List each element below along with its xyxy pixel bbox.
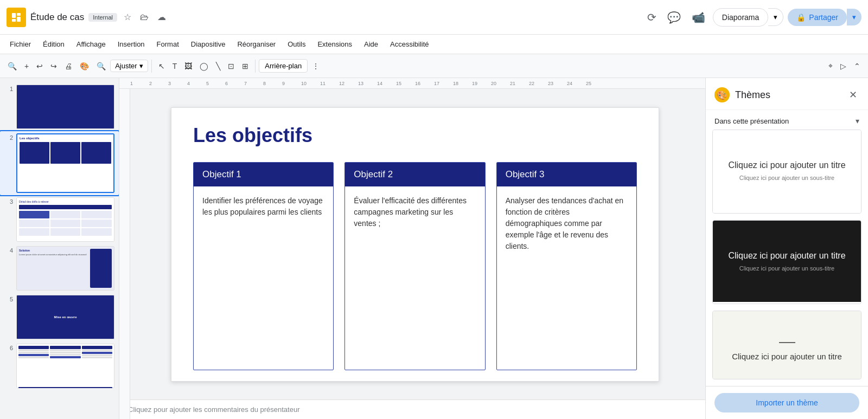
top-bar: Étude de cas Internal ☆ 🗁 ☁ ⟳ 💬 📹 Diapor…	[0, 0, 868, 35]
theme-card-sombre[interactable]: Cliquez ici pour ajouter un titre Clique…	[712, 220, 861, 304]
themes-section-arrow[interactable]: ▾	[856, 117, 859, 125]
slide-title-main: Les objectifs	[193, 124, 312, 147]
slide-number-3: 3	[4, 197, 13, 205]
image-button[interactable]: 🖼	[181, 60, 195, 73]
print-button[interactable]: 🖨	[61, 60, 75, 73]
theme-card-minimal[interactable]: Cliquez ici pour ajouter un titre	[712, 311, 861, 379]
ruler-n10: 10	[301, 81, 320, 86]
slide-item-6[interactable]: 6	[0, 341, 119, 390]
objective-card-1[interactable]: Objectif 1 Identifier les préférences de…	[193, 162, 334, 370]
ruler-n11: 11	[320, 81, 339, 86]
objective-body-1: Identifier les préférences de voyage les…	[194, 186, 333, 370]
internal-badge: Internal	[88, 13, 117, 22]
ruler-n3: 3	[168, 81, 187, 86]
slide-canvas-container[interactable]: Les objectifs Objectif 1 Identifier les …	[119, 89, 705, 399]
theme-preview-minimal: Cliquez ici pour ajouter un titre	[713, 311, 861, 379]
ruler-numbers: 1 2 3 4 5 6 7 8 9 10 11 12 13 14 15 16 1…	[130, 81, 605, 86]
objective-card-2[interactable]: Objectif 2 Évaluer l'efficacité des diff…	[344, 162, 485, 370]
objectives-grid: Objectif 1 Identifier les préférences de…	[193, 162, 637, 370]
ruler-n13: 13	[358, 81, 377, 86]
cloud-icon[interactable]: ☁	[155, 10, 168, 24]
shape-button[interactable]: ◯	[196, 60, 212, 73]
theme-card-clair[interactable]: Cliquez ici pour ajouter un titre Clique…	[712, 130, 861, 214]
zoom-button[interactable]: 🔍	[93, 60, 109, 73]
collapse-button[interactable]: ⌃	[851, 60, 864, 73]
minimal-accent	[779, 342, 795, 343]
menu-reorganiser[interactable]: Réorganiser	[232, 38, 281, 50]
menu-aide[interactable]: Aide	[359, 38, 384, 50]
align-button[interactable]: ⊞	[239, 60, 252, 73]
menu-insertion[interactable]: Insertion	[112, 38, 150, 50]
ruler-n4: 4	[187, 81, 206, 86]
divider-1	[151, 60, 152, 73]
video-button[interactable]: 📹	[688, 8, 709, 27]
cursor-button[interactable]: ↖	[155, 60, 168, 73]
comments-button[interactable]: 💬	[664, 8, 684, 27]
text-button[interactable]: T	[169, 60, 181, 73]
more-button[interactable]: ⋮	[309, 60, 323, 73]
crop-button[interactable]: ⊡	[225, 60, 238, 73]
diaporama-dropdown[interactable]: ▾	[768, 8, 783, 26]
menu-fichier[interactable]: Fichier	[4, 38, 36, 50]
slide-item-5[interactable]: 5 Mise en œuvre	[0, 293, 119, 341]
menu-affichage[interactable]: Affichage	[71, 38, 111, 50]
slide-canvas[interactable]: Les objectifs Objectif 1 Identifier les …	[171, 107, 659, 382]
slide-item-1[interactable]: 1	[0, 82, 119, 131]
slide-number-2: 2	[4, 133, 13, 141]
history-button[interactable]: ⟳	[644, 8, 660, 27]
svg-rect-2	[17, 17, 21, 22]
line-button[interactable]: ╲	[213, 60, 224, 73]
menu-format[interactable]: Format	[151, 38, 184, 50]
theme-title-sombre: Cliquez ici pour ajouter un titre	[728, 251, 845, 261]
presenter-notes[interactable]: Cliquez pour ajouter les commentaires du…	[119, 399, 705, 419]
slide-item-4[interactable]: 4 Solution Lorem ipsum dolor sit amet co…	[0, 244, 119, 293]
objective-card-3[interactable]: Objectif 3 Analyser des tendances d'acha…	[496, 162, 637, 370]
objective-body-2: Évaluer l'efficacité des différentes cam…	[345, 186, 484, 370]
themes-title: Thèmes	[735, 89, 841, 101]
objective-header-2: Objectif 2	[345, 163, 484, 186]
slide-thumb-2: Les objectifs	[16, 133, 114, 193]
menu-edition[interactable]: Édition	[37, 38, 70, 50]
theme-title-minimal: Cliquez ici pour ajouter un titre	[732, 352, 842, 361]
toolbar: 🔍 + ↩ ↪ 🖨 🎨 🔍 Ajuster ▾ ↖ T 🖼 ◯ ╲ ⊡ ⊞ Ar…	[0, 54, 868, 78]
ruler-top: 1 2 3 4 5 6 7 8 9 10 11 12 13 14 15 16 1…	[119, 78, 705, 89]
ruler-left	[119, 89, 130, 399]
ruler-n17: 17	[434, 81, 453, 86]
background-button[interactable]: Arrière-plan	[259, 59, 308, 73]
paint-button[interactable]: 🎨	[76, 60, 92, 73]
ruler-n16: 16	[415, 81, 434, 86]
themes-close-button[interactable]: ✕	[847, 87, 859, 103]
zoom-in-button[interactable]: +	[21, 60, 32, 73]
menu-outils[interactable]: Outils	[282, 38, 311, 50]
menu-diapositive[interactable]: Diapositive	[186, 38, 231, 50]
import-theme-button[interactable]: Importer un thème	[714, 393, 859, 412]
theme-preview-sombre: Cliquez ici pour ajouter un titre Clique…	[713, 221, 861, 302]
menu-accessibilite[interactable]: Accessibilité	[385, 38, 435, 50]
partager-button[interactable]: 🔒 Partager	[788, 9, 847, 26]
ruler-n20: 20	[491, 81, 510, 86]
slide-item-3[interactable]: 3 Détail des défis à relever	[0, 195, 119, 244]
ruler-n22: 22	[529, 81, 548, 86]
redo-button[interactable]: ↪	[47, 60, 60, 73]
arrange-button[interactable]: ⌖	[825, 59, 836, 73]
canvas-area: 1 2 3 4 5 6 7 8 9 10 11 12 13 14 15 16 1…	[119, 78, 705, 419]
svg-rect-0	[12, 13, 16, 18]
folder-icon[interactable]: 🗁	[138, 10, 151, 24]
slide-item-2[interactable]: 2 Les objectifs	[0, 131, 119, 195]
ruler-n1: 1	[130, 81, 149, 86]
theme-title-clair: Cliquez ici pour ajouter un titre	[728, 160, 845, 170]
themes-section-label: Dans cette présentation	[714, 117, 789, 125]
animate-button[interactable]: ▷	[837, 60, 850, 73]
zoom-select[interactable]: Ajuster ▾	[110, 60, 148, 72]
search-button[interactable]: 🔍	[4, 60, 20, 73]
partager-dropdown[interactable]: ▾	[847, 9, 861, 25]
theme-subtitle-sombre: Cliquez ici pour ajouter un sous-titre	[739, 265, 834, 272]
ruler-n8: 8	[263, 81, 282, 86]
star-icon[interactable]: ☆	[122, 10, 133, 24]
slide-thumb-3: Détail des défis à relever	[16, 197, 114, 242]
main-area: 1 2 Les objectifs 3	[0, 78, 868, 419]
diaporama-button[interactable]: Diaporama	[713, 8, 768, 27]
menu-extensions[interactable]: Extensions	[312, 38, 358, 50]
undo-button[interactable]: ↩	[33, 60, 46, 73]
top-right-actions: ⟳ 💬 📹 Diaporama ▾ 🔒 Partager ▾	[644, 8, 861, 27]
